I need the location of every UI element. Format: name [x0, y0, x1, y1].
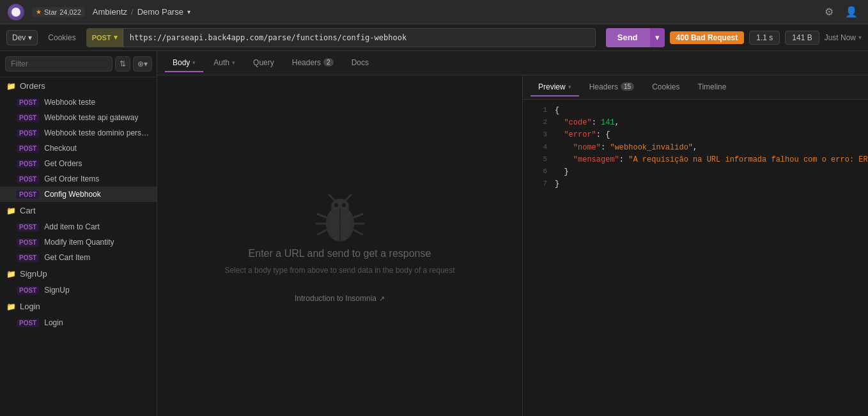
svg-point-5 — [342, 203, 346, 207]
filter-add-button[interactable]: ⊕▾ — [133, 56, 152, 72]
tab-docs[interactable]: Docs — [344, 54, 376, 72]
env-dropdown-icon: ▾ — [28, 33, 32, 42]
svg-line-9 — [354, 214, 362, 217]
code-content: "error": { — [555, 129, 610, 141]
request-name: Config Webhook — [44, 190, 101, 199]
url-input[interactable] — [123, 33, 595, 42]
timestamp-dropdown-icon[interactable]: ▾ — [858, 34, 862, 41]
tab-timeline[interactable]: Timeline — [690, 79, 734, 96]
svg-point-4 — [334, 203, 338, 207]
top-bar: ★ Star 24,022 Ambientz / Demo Parse ▾ ⚙ … — [0, 0, 868, 24]
folder-icon: 📁 — [6, 302, 16, 311]
tab-preview-label: Preview — [538, 82, 566, 91]
request-body-panel: Enter a URL and send to get a response S… — [157, 75, 523, 416]
line-number: 7 — [528, 178, 547, 190]
sidebar-filter-bar: ⇅ ⊕▾ — [0, 51, 157, 77]
code-line: 2 "code": 141, — [523, 117, 868, 129]
folder-icon: 📁 — [6, 270, 16, 279]
folder-login[interactable]: 📁 Login — [0, 298, 157, 315]
svg-line-3 — [345, 195, 351, 201]
response-panel: Preview ▾ Headers 15 Cookies Timeline — [523, 75, 868, 416]
method-dropdown-icon: ▾ — [114, 33, 118, 42]
tab-query[interactable]: Query — [245, 54, 282, 72]
folder-orders[interactable]: 📁 Orders — [0, 77, 157, 95]
filter-input[interactable] — [5, 56, 112, 72]
request-signup[interactable]: POST SignUp — [0, 282, 157, 298]
tab-resp-headers[interactable]: Headers 15 — [582, 79, 642, 96]
code-content: } — [555, 166, 569, 178]
request-add-item-to-cart[interactable]: POST Add item to Cart — [0, 219, 157, 235]
settings-button[interactable]: ⚙ — [822, 3, 836, 20]
send-dropdown-button[interactable]: ▾ — [649, 28, 665, 47]
tab-resp-headers-count: 15 — [621, 82, 634, 91]
request-name: Modify item Quantity — [44, 238, 114, 247]
env-select[interactable]: Dev ▾ — [6, 30, 38, 45]
method-badge: POST — [17, 190, 39, 199]
send-button[interactable]: Send — [606, 28, 649, 47]
method-badge: POST — [17, 175, 39, 183]
breadcrumb-sep: / — [131, 7, 134, 17]
code-line: 5 "mensagem": "A requisição na URL infor… — [523, 154, 868, 166]
request-name: Webhook teste dominio perso... — [44, 128, 150, 137]
tab-cookies[interactable]: Cookies — [644, 79, 687, 96]
method-selector[interactable]: POST ▾ — [87, 29, 123, 47]
breadcrumb-project[interactable]: Demo Parse — [137, 7, 183, 17]
folder-signup[interactable]: 📁 SignUp — [0, 265, 157, 282]
breadcrumb: Ambientz / Demo Parse ▾ — [93, 7, 190, 17]
user-button[interactable]: 👤 — [842, 3, 860, 20]
code-line: 4 "nome": "webhook_invalido", — [523, 142, 868, 154]
tab-auth-dropdown[interactable]: ▾ — [232, 59, 235, 66]
request-get-cart-item[interactable]: POST Get Cart Item — [0, 250, 157, 265]
response-tabs-bar: Preview ▾ Headers 15 Cookies Timeline — [523, 75, 868, 100]
star-label: Star — [44, 8, 57, 16]
request-name: Get Order Items — [44, 174, 99, 183]
tab-preview[interactable]: Preview ▾ — [531, 79, 579, 96]
code-content: "nome": "webhook_invalido", — [555, 142, 697, 154]
star-badge[interactable]: ★ Star 24,022 — [32, 7, 85, 17]
filter-sort-button[interactable]: ⇅ — [115, 56, 130, 72]
request-login[interactable]: POST Login — [0, 315, 157, 330]
request-webhook-api-gateway[interactable]: POST Webhook teste api gateway — [0, 110, 157, 125]
bug-icon — [311, 189, 369, 248]
tab-auth[interactable]: Auth ▾ — [206, 54, 243, 72]
tab-body-dropdown[interactable]: ▾ — [192, 59, 196, 66]
code-line: 1 { — [523, 105, 868, 117]
breadcrumb-org[interactable]: Ambientz — [93, 7, 127, 17]
env-label: Dev — [12, 33, 26, 42]
response-time-badge: 1.1 s — [749, 31, 780, 45]
response-timestamp: Just Now ▾ — [825, 33, 862, 42]
intro-link[interactable]: Introduction to Insomnia ↗ — [295, 294, 385, 303]
code-content: { — [555, 105, 559, 117]
tab-cookies-label: Cookies — [652, 82, 679, 91]
breadcrumb-dropdown-icon[interactable]: ▾ — [187, 8, 190, 15]
folder-login-label: Login — [20, 302, 40, 311]
tab-headers[interactable]: Headers 2 — [284, 54, 341, 72]
tab-preview-dropdown[interactable]: ▾ — [568, 84, 571, 90]
request-name: SignUp — [44, 286, 69, 295]
tab-query-label: Query — [253, 58, 274, 67]
tab-auth-label: Auth — [213, 58, 229, 67]
request-get-orders[interactable]: POST Get Orders — [0, 156, 157, 171]
request-checkout[interactable]: POST Checkout — [0, 141, 157, 156]
code-content: } — [555, 178, 559, 190]
cookies-button[interactable]: Cookies — [43, 31, 81, 45]
folder-cart[interactable]: 📁 Cart — [0, 202, 157, 219]
request-name: Webhook teste api gateway — [44, 113, 138, 122]
request-modify-item-quantity[interactable]: POST Modify item Quantity — [0, 235, 157, 250]
method-badge: POST — [17, 286, 39, 295]
url-bar: POST ▾ — [86, 28, 596, 47]
method-badge: POST — [17, 129, 39, 137]
line-number: 6 — [528, 166, 547, 178]
top-bar-right: ⚙ 👤 — [822, 3, 860, 20]
request-webhook-dominio[interactable]: POST Webhook teste dominio perso... — [0, 125, 157, 141]
method-badge: POST — [17, 114, 39, 122]
split-pane: Enter a URL and send to get a response S… — [157, 75, 868, 416]
request-webhook-teste[interactable]: POST Webhook teste — [0, 95, 157, 110]
tab-body[interactable]: Body ▾ — [165, 54, 203, 72]
request-get-order-items[interactable]: POST Get Order Items — [0, 171, 157, 187]
request-name: Get Orders — [44, 159, 82, 168]
request-name: Checkout — [44, 144, 77, 153]
request-config-webhook[interactable]: POST Config Webhook — [0, 187, 157, 202]
response-code-view: 1 { 2 "code": 141, 3 "error": { 4 "nome"… — [523, 100, 868, 416]
empty-state-title: Enter a URL and send to get a response — [249, 248, 431, 259]
